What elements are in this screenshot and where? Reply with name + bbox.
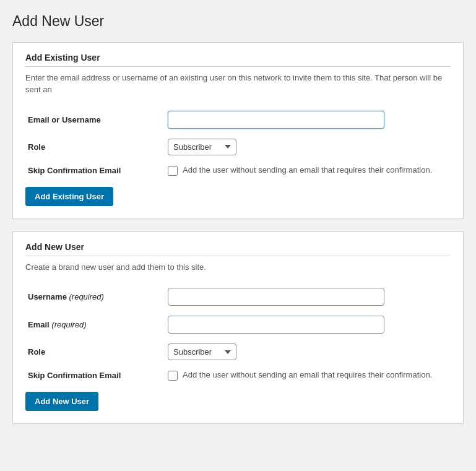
add-existing-description: Enter the email address or username of a… xyxy=(25,72,451,96)
new-email-row: Email (required) xyxy=(25,311,451,339)
existing-role-label: Role xyxy=(28,142,45,152)
new-username-row: Username (required) xyxy=(25,283,451,311)
add-existing-section-title: Add Existing User xyxy=(25,53,451,67)
existing-skip-confirmation-checkbox[interactable] xyxy=(168,166,178,176)
add-new-form-table: Username (required) Email (required) Rol… xyxy=(25,283,451,386)
add-new-description: Create a brand new user and add them to … xyxy=(25,261,451,274)
new-role-select[interactable]: Subscriber Contributor Author Editor Adm… xyxy=(168,344,236,360)
add-new-user-button[interactable]: Add New User xyxy=(25,392,98,411)
add-existing-user-button[interactable]: Add Existing User xyxy=(25,187,113,206)
new-email-input[interactable] xyxy=(168,316,384,334)
existing-skip-email-row: Skip Confirmation Email Add the user wit… xyxy=(25,160,451,181)
new-username-input[interactable] xyxy=(168,288,384,306)
existing-skip-confirmation-label: Add the user without sending an email th… xyxy=(183,165,432,175)
new-email-label: Email (required) xyxy=(28,320,87,329)
new-role-label: Role xyxy=(28,347,45,356)
new-skip-email-row: Skip Confirmation Email Add the user wit… xyxy=(25,365,451,386)
email-username-input[interactable] xyxy=(168,111,384,129)
email-or-username-row: Email or Username xyxy=(25,106,451,134)
existing-skip-email-label: Skip Confirmation Email xyxy=(28,166,121,175)
new-username-label: Username (required) xyxy=(28,292,104,301)
existing-role-select[interactable]: Subscriber Contributor Author Editor Adm… xyxy=(168,139,236,155)
new-role-row: Role Subscriber Contributor Author Edito… xyxy=(25,339,451,365)
add-new-user-section: Add New User Create a brand new user and… xyxy=(12,231,464,425)
username-required-marker: (required) xyxy=(69,292,104,301)
existing-skip-email-container: Add the user without sending an email th… xyxy=(168,165,448,176)
new-skip-email-label: Skip Confirmation Email xyxy=(28,371,121,380)
add-new-section-title: Add New User xyxy=(25,242,451,256)
email-username-label: Email or Username xyxy=(28,115,101,124)
new-skip-confirmation-label: Add the user without sending an email th… xyxy=(183,370,432,379)
existing-role-row: Role Subscriber Contributor Author Edito… xyxy=(25,134,451,160)
add-existing-user-section: Add Existing User Enter the email addres… xyxy=(12,42,464,219)
add-existing-form-table: Email or Username Role Subscriber Contri… xyxy=(25,106,451,181)
new-skip-confirmation-checkbox[interactable] xyxy=(168,371,178,381)
email-required-marker: (required) xyxy=(51,320,86,329)
new-skip-email-container: Add the user without sending an email th… xyxy=(168,370,448,381)
page-title: Add New User xyxy=(12,12,464,31)
